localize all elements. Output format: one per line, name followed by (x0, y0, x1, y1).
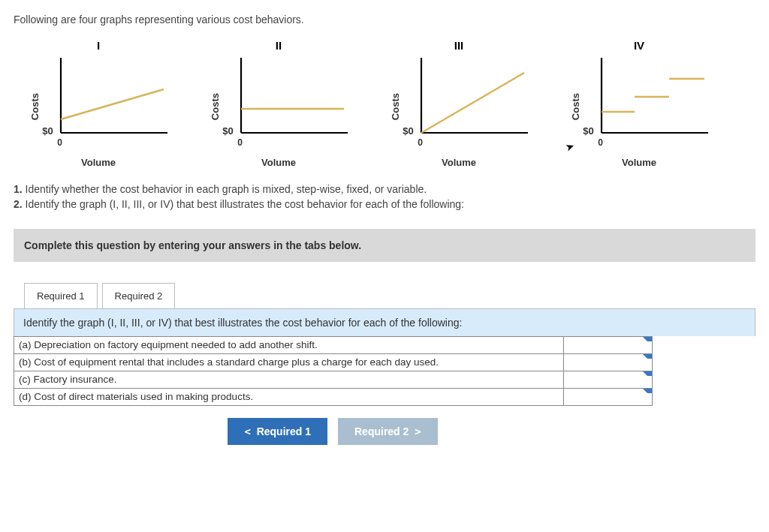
row-c-text: (c) Factory insurance. (14, 371, 564, 388)
cursor-icon: ➤ (564, 139, 577, 153)
answer-table: (a) Depreciation on factory equipment ne… (14, 336, 653, 406)
tab-required-2[interactable]: Required 2 (102, 283, 176, 308)
graph-4-y-origin: $0 (583, 125, 593, 137)
graph-2-plot (235, 58, 348, 137)
graph-4: IV Costs ➤ $0 0 Vol (560, 39, 718, 168)
graph-3-plot (415, 58, 528, 137)
graph-3-x-origin: 0 (418, 137, 433, 148)
question-list: 1. Identify whether the cost behavior in… (14, 182, 755, 212)
row-d-select[interactable] (564, 389, 652, 405)
table-row: (c) Factory insurance. (14, 371, 653, 388)
graph-3-ylabel: Costs (390, 93, 401, 120)
graph-4-title: IV (634, 39, 644, 52)
tabs-row: Required 1 Required 2 (24, 283, 755, 308)
q1-num: 1. (14, 183, 23, 195)
graph-3-xlabel: Volume (442, 157, 476, 168)
graph-2-xlabel: Volume (261, 157, 296, 168)
graph-2: II Costs $0 0 Volume (200, 39, 357, 168)
chevron-left-icon: < (244, 425, 250, 437)
graph-4-x-origin: 0 (598, 137, 613, 148)
graph-2-x-origin: 0 (237, 137, 252, 148)
row-a-text: (a) Depreciation on factory equipment ne… (14, 336, 564, 353)
graph-3-title: III (454, 39, 464, 52)
q2-text: Identify the graph (I, II, III, or IV) t… (23, 198, 464, 210)
graph-2-y-origin: $0 (222, 125, 233, 137)
tab-prompt: Identify the graph (I, II, III, or IV) t… (14, 308, 755, 336)
q1-text: Identify whether the cost behavior in ea… (23, 183, 427, 195)
complete-instruction: Complete this question by entering your … (14, 229, 755, 262)
svg-line-2 (61, 89, 164, 119)
nav-row: < Required 1 Required 2 > (14, 418, 652, 445)
table-row: (d) Cost of direct materials used in mak… (14, 388, 653, 405)
graph-4-xlabel: Volume (622, 157, 656, 168)
graph-3-y-origin: $0 (403, 125, 413, 137)
table-row: (b) Cost of equipment rental that includ… (14, 353, 653, 371)
next-required-button[interactable]: Required 2 > (338, 418, 438, 445)
row-a-select[interactable] (564, 337, 652, 353)
next-label: Required 2 (354, 425, 409, 437)
graph-1-plot (55, 58, 167, 137)
graph-1-y-origin: $0 (42, 125, 53, 137)
row-d-text: (d) Cost of direct materials used in mak… (14, 388, 564, 405)
row-c-select[interactable] (564, 371, 652, 388)
graph-4-plot (596, 58, 708, 137)
graph-1-ylabel: Costs (29, 93, 41, 120)
graph-2-ylabel: Costs (210, 93, 221, 120)
graph-3: III Costs $0 0 Volume (380, 39, 538, 168)
graph-1-title: I (97, 39, 100, 52)
graph-4-ylabel: Costs (570, 93, 581, 120)
prev-label: Required 1 (257, 425, 311, 437)
prev-required-button[interactable]: < Required 1 (228, 418, 327, 445)
svg-line-8 (421, 73, 524, 133)
row-b-text: (b) Cost of equipment rental that includ… (14, 353, 564, 371)
graph-2-title: II (276, 39, 282, 52)
tab-required-1[interactable]: Required 1 (24, 283, 98, 308)
table-row: (a) Depreciation on factory equipment ne… (14, 336, 653, 353)
chevron-right-icon: > (415, 425, 421, 437)
graph-1: I Costs $0 0 Volume (20, 39, 177, 168)
row-b-select[interactable] (564, 354, 652, 371)
graphs-row: I Costs $0 0 Volume II Costs (14, 39, 755, 168)
graph-1-xlabel: Volume (81, 157, 116, 168)
graph-1-x-origin: 0 (57, 137, 72, 148)
q2-num: 2. (14, 198, 23, 210)
intro-text: Following are four graphs representing v… (14, 14, 755, 26)
